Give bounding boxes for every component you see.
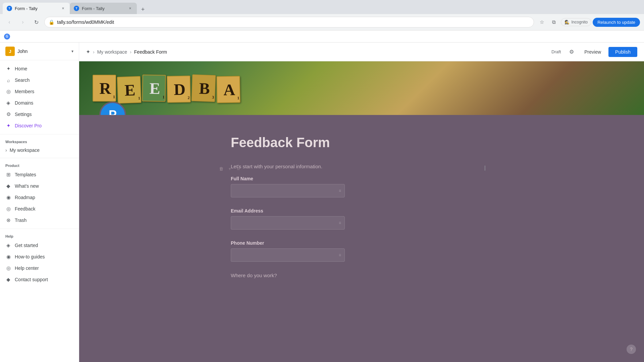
drag-handle-icon: ≡: [339, 253, 341, 257]
tab-close-2[interactable]: ×: [127, 6, 133, 11]
sidebar-item-feedback[interactable]: ◎ Feedback: [0, 203, 79, 215]
sidebar-item-trash[interactable]: ⊗ Trash: [0, 215, 79, 226]
avatar: J: [5, 47, 15, 56]
help-label: Help: [0, 232, 79, 240]
incognito-label: Incognito: [572, 20, 588, 24]
form-block-email: Email Address ≡: [217, 208, 506, 230]
scrabble-tile: R1: [93, 75, 116, 102]
feedback-icon: ◎: [5, 206, 11, 212]
tab-favicon-1: T: [7, 6, 12, 11]
whats-new-icon: ◆: [5, 183, 11, 189]
breadcrumb-sep-2: ›: [130, 49, 131, 55]
sidebar-item-label: Templates: [15, 172, 36, 177]
scrabble-tile: B3: [192, 74, 216, 102]
scrabble-tile: E1: [117, 76, 142, 104]
form-title: Feedback Form: [217, 135, 506, 150]
sidebar-item-help-center[interactable]: ◎ Help center: [0, 262, 79, 274]
sidebar-item-contact[interactable]: ◆ Contact support: [0, 274, 79, 285]
sidebar-item-label: Roadmap: [15, 195, 35, 200]
browser-tab-1[interactable]: T Form - Tally ×: [3, 3, 70, 14]
drag-handle-icon: ≡: [339, 221, 341, 225]
product-label: Product: [0, 161, 79, 169]
sidebar-item-whats-new[interactable]: ◆ What's new: [0, 180, 79, 192]
product-section: Product ⊞ Templates ◆ What's new ◉ Roadm…: [0, 158, 79, 229]
sidebar-item-members[interactable]: ◎ Members: [0, 86, 79, 97]
publish-button[interactable]: Publish: [608, 47, 637, 57]
form-settings-button[interactable]: ⚙: [566, 47, 577, 57]
sidebar-item-roadmap[interactable]: ◉ Roadmap: [0, 192, 79, 203]
search-icon: ⌕: [5, 77, 11, 83]
breadcrumb-sep-1: ›: [93, 49, 95, 55]
preview-button[interactable]: Preview: [580, 47, 606, 57]
form-body: Feedback Form 🗑 + ⠿ | Let's start with y…: [211, 115, 513, 302]
relaunch-button[interactable]: Relaunch to update: [593, 18, 640, 27]
breadcrumb-workspace[interactable]: My workspace: [97, 49, 127, 55]
forward-button[interactable]: ›: [17, 17, 28, 27]
sidebar-item-label: Discover Pro: [15, 123, 42, 128]
workspaces-section: Workspaces › My workspace: [0, 134, 79, 158]
top-bar: ✦ › My workspace › Feedback Form Draft ⚙…: [79, 43, 644, 61]
field-label-phone: Phone Number: [231, 240, 506, 246]
sidebar-item-templates[interactable]: ⊞ Templates: [0, 169, 79, 180]
domains-icon: ◈: [5, 100, 11, 106]
sidebar-item-domains[interactable]: ◈ Domains: [0, 97, 79, 109]
intro-text: Let's start with your personal informati…: [231, 164, 506, 169]
address-bar[interactable]: 🔒 tally.so/forms/wd0MMK/edit: [44, 17, 534, 27]
workspace-chevron-icon: ›: [5, 147, 7, 153]
drag-block-handle[interactable]: ⠿: [235, 165, 242, 172]
scrabble-tiles: R1 E1 E1 D2 B3 A1: [79, 61, 644, 115]
logo-letter: P: [109, 108, 117, 115]
tab-favicon-2: T: [74, 6, 79, 11]
sidebar-item-label: Get started: [15, 243, 38, 248]
home-icon: ✦: [5, 66, 11, 72]
sidebar-item-settings[interactable]: ⚙ Settings: [0, 109, 79, 120]
split-view-button[interactable]: ⧉: [549, 17, 559, 27]
sidebar-item-home[interactable]: ✦ Home: [0, 63, 79, 74]
incognito-button[interactable]: 🕵 Incognito: [561, 18, 592, 26]
sidebar-item-label: Domains: [15, 100, 33, 106]
form-block-work: Where do you work?: [217, 273, 506, 278]
main-nav: ✦ Home ⌕ Search ◎ Members ◈ Domains ⚙ Se…: [0, 60, 79, 134]
delete-block-button[interactable]: 🗑: [217, 165, 225, 172]
templates-icon: ⊞: [5, 172, 11, 178]
google-icon: G: [4, 34, 10, 40]
sidebar-item-get-started[interactable]: ◈ Get started: [0, 240, 79, 251]
sidebar-item-workspace[interactable]: › My workspace: [0, 145, 79, 155]
drag-handle-icon: ≡: [339, 188, 341, 193]
sidebar-item-label: Search: [15, 77, 30, 83]
sidebar-item-label: What's new: [15, 183, 39, 189]
sidebar-item-discover-pro[interactable]: ✦ Discover Pro: [0, 120, 79, 131]
sidebar-item-label: How-to guides: [15, 254, 45, 259]
browser-tab-2[interactable]: T Form - Tally ×: [70, 3, 137, 14]
address-text: tally.so/forms/wd0MMK/edit: [57, 19, 530, 25]
sidebar-header[interactable]: J John ▾: [0, 43, 79, 60]
incognito-icon: 🕵: [565, 20, 570, 24]
scrabble-tile: A1: [216, 76, 240, 103]
help-button[interactable]: ?: [627, 345, 636, 354]
reload-button[interactable]: ↻: [31, 17, 42, 27]
workspace-name: My workspace: [10, 147, 40, 153]
scrabble-tile: E1: [142, 74, 166, 102]
sidebar: J John ▾ ✦ Home ⌕ Search ◎ Members ◈ Dom…: [0, 43, 79, 362]
field-input-fullname[interactable]: ≡: [231, 184, 345, 197]
form-block-intro: 🗑 + ⠿ | Let's start with your personal i…: [217, 164, 506, 197]
back-button[interactable]: ‹: [4, 17, 15, 27]
sidebar-item-label: Home: [15, 66, 27, 71]
field-label-email: Email Address: [231, 208, 506, 214]
field-input-email[interactable]: ≡: [231, 216, 345, 230]
top-bar-actions: Draft ⚙ Preview Publish: [549, 47, 637, 57]
add-block-button[interactable]: +: [226, 165, 233, 172]
get-started-icon: ◈: [5, 242, 11, 248]
contact-icon: ◆: [5, 277, 11, 283]
breadcrumb: ✦ › My workspace › Feedback Form: [86, 49, 545, 55]
bookmark-button[interactable]: ☆: [537, 17, 547, 27]
tab-close-1[interactable]: ×: [60, 6, 66, 11]
breadcrumb-current: Feedback Form: [134, 49, 167, 55]
new-tab-button[interactable]: +: [138, 5, 148, 14]
discover-pro-icon: ✦: [5, 123, 11, 129]
draft-badge: Draft: [549, 48, 564, 56]
field-input-phone[interactable]: ≡: [231, 248, 345, 262]
sidebar-item-label: Feedback: [15, 206, 35, 212]
sidebar-item-search[interactable]: ⌕ Search: [0, 74, 79, 86]
sidebar-item-how-to[interactable]: ◉ How-to guides: [0, 251, 79, 262]
